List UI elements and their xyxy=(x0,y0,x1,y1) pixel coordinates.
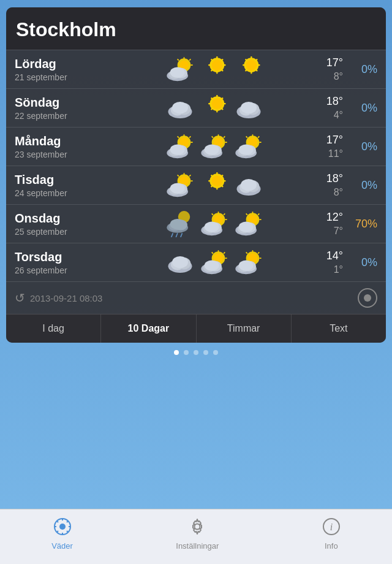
svg-line-107 xyxy=(171,234,172,237)
day-info: Lördag 21 september xyxy=(15,57,119,82)
temp-low: 4° xyxy=(309,110,343,121)
weather-row[interactable]: Onsdag 25 september xyxy=(6,204,386,243)
weather-card: Stockholm Lördag 21 september xyxy=(6,7,386,343)
svg-point-57 xyxy=(170,145,184,155)
precip: 0% xyxy=(347,256,377,269)
city-header: Stockholm xyxy=(6,7,386,50)
temps: 12° 7° xyxy=(309,211,343,237)
temp-low: 11° xyxy=(309,148,343,159)
svg-line-71 xyxy=(258,137,259,138)
weather-row[interactable]: Lördag 21 september xyxy=(6,50,386,88)
precip: 70% xyxy=(347,218,377,231)
page-dot[interactable] xyxy=(194,350,198,355)
bottom-nav: Väder Inställningar i Info xyxy=(0,509,392,564)
weather-row[interactable]: Söndag 22 september 18° 4° 0% xyxy=(6,88,386,127)
nav-item-väder[interactable]: Väder xyxy=(51,517,73,551)
svg-line-41 xyxy=(221,109,222,110)
temp-low: 1° xyxy=(309,264,343,275)
tab-item[interactable]: Text xyxy=(292,314,386,343)
svg-line-160 xyxy=(57,521,58,522)
svg-line-123 xyxy=(258,214,259,215)
svg-line-3 xyxy=(189,59,190,61)
circle-button[interactable] xyxy=(358,288,377,308)
svg-point-35 xyxy=(211,99,222,109)
svg-point-119 xyxy=(204,222,219,232)
svg-point-89 xyxy=(211,176,222,186)
page-dot[interactable] xyxy=(174,350,179,355)
page-dot[interactable] xyxy=(184,350,189,355)
day-date: 22 september xyxy=(15,111,119,121)
page-dot[interactable] xyxy=(203,350,208,355)
svg-line-53 xyxy=(177,137,178,138)
svg-point-143 xyxy=(204,261,219,271)
day-info: Söndag 22 september xyxy=(15,96,119,121)
svg-line-125 xyxy=(246,214,247,215)
precip: 0% xyxy=(347,140,377,153)
nav-label: Väder xyxy=(51,541,73,551)
svg-line-83 xyxy=(177,175,178,177)
weather-icons xyxy=(119,250,309,275)
svg-point-106 xyxy=(170,219,184,229)
nav-item-info[interactable]: i Info xyxy=(322,517,341,551)
temps: 18° 8° xyxy=(309,172,343,198)
day-info: Måndag 23 september xyxy=(15,134,119,159)
gear-icon xyxy=(188,517,206,538)
svg-line-19 xyxy=(211,70,212,71)
svg-line-17 xyxy=(221,70,222,71)
svg-line-27 xyxy=(255,70,257,71)
temp-low: 7° xyxy=(309,226,343,237)
svg-line-29 xyxy=(245,70,246,71)
weather-row[interactable]: Torsdag 26 september xyxy=(6,243,386,281)
svg-line-113 xyxy=(224,214,225,215)
weather-row[interactable]: Tisdag 24 september xyxy=(6,166,386,204)
svg-point-155 xyxy=(59,524,66,530)
precip: 0% xyxy=(347,63,377,76)
weather-icon xyxy=(164,211,196,237)
weather-icon xyxy=(233,56,265,82)
svg-point-101 xyxy=(241,179,257,191)
svg-line-149 xyxy=(246,253,247,254)
svg-line-161 xyxy=(67,531,68,532)
svg-line-81 xyxy=(189,175,190,177)
svg-line-63 xyxy=(211,137,213,138)
page-dot[interactable] xyxy=(213,350,218,355)
temps: 17° 8° xyxy=(309,56,343,82)
weather-icon xyxy=(198,250,230,275)
svg-line-26 xyxy=(245,59,246,61)
weather-icons xyxy=(119,172,309,198)
svg-line-96 xyxy=(221,175,222,177)
temps: 17° 11° xyxy=(309,134,343,159)
day-date: 25 september xyxy=(15,227,119,237)
page-dots xyxy=(0,350,392,355)
svg-point-21 xyxy=(246,60,256,70)
refresh-icon[interactable]: ↺ xyxy=(15,291,25,305)
svg-line-97 xyxy=(211,186,212,187)
weather-icon xyxy=(164,56,196,82)
day-info: Tisdag 24 september xyxy=(15,173,119,198)
svg-line-51 xyxy=(189,137,190,138)
tab-item[interactable]: 10 Dagar xyxy=(101,314,196,343)
day-name: Torsdag xyxy=(15,250,119,264)
svg-line-40 xyxy=(211,98,212,99)
precip: 0% xyxy=(347,102,377,115)
svg-point-67 xyxy=(204,145,219,155)
svg-point-153 xyxy=(238,261,253,271)
temps: 18° 4° xyxy=(309,95,343,121)
day-info: Onsdag 25 september xyxy=(15,212,119,237)
tab-item[interactable]: Timmar xyxy=(197,314,292,343)
nav-item-inställningar[interactable]: Inställningar xyxy=(176,517,219,551)
tab-item[interactable]: I dag xyxy=(6,314,101,343)
temp-high: 12° xyxy=(309,211,343,224)
day-date: 26 september xyxy=(15,265,119,275)
weather-icon xyxy=(198,211,230,237)
weather-icon xyxy=(233,95,265,121)
svg-point-87 xyxy=(170,183,184,194)
svg-point-11 xyxy=(211,60,222,70)
weather-icon xyxy=(198,134,230,159)
weather-icon xyxy=(233,211,265,237)
temps: 14° 1° xyxy=(309,250,343,275)
svg-point-164 xyxy=(195,524,200,529)
svg-line-163 xyxy=(57,531,58,532)
svg-line-115 xyxy=(211,214,213,215)
weather-row[interactable]: Måndag 23 september xyxy=(6,127,386,166)
